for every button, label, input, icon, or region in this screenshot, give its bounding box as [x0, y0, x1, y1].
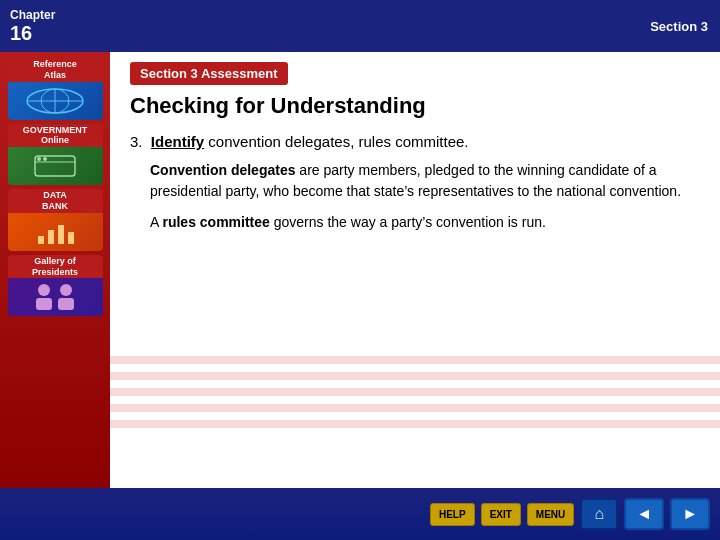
answer-block: Convention delegates are party members, … — [150, 160, 700, 243]
answer-paragraph-2: A rules committee governs the way a part… — [150, 212, 700, 233]
sidebar-item-gallery[interactable]: Gallery ofPresidents — [8, 255, 103, 317]
sidebar-ref-atlas-label: ReferenceAtlas — [8, 58, 103, 82]
content-area: Section 3 Assessment Checking for Unders… — [110, 52, 720, 488]
chapter-box: Chapter 16 — [0, 0, 110, 52]
chapter-label: Chapter — [10, 8, 100, 22]
chapter-number: 16 — [10, 22, 100, 44]
main-area: ReferenceAtlas GOVERNMENTOnline — [0, 52, 720, 488]
answer-paragraph-1: Convention delegates are party members, … — [150, 160, 700, 202]
svg-rect-8 — [38, 236, 44, 244]
sidebar-gov-online-img — [8, 147, 103, 185]
home-nav-button[interactable]: ⌂ — [580, 498, 618, 530]
sidebar-item-gov-online[interactable]: GOVERNMENTOnline — [8, 124, 103, 186]
back-nav-button[interactable]: ◄ — [624, 498, 664, 530]
forward-icon: ► — [682, 505, 698, 523]
svg-point-12 — [38, 284, 50, 296]
sidebar-data-bank-img — [8, 213, 103, 251]
section-badge: Section 3 Assessment — [130, 62, 288, 85]
svg-point-6 — [37, 157, 41, 161]
answer-term-1: Convention delegates — [150, 162, 295, 178]
back-icon: ◄ — [636, 505, 652, 523]
sidebar-data-bank-label: DATABANK — [8, 189, 103, 213]
exit-button[interactable]: EXIT — [481, 503, 521, 526]
svg-point-14 — [60, 284, 72, 296]
answer-intro-2: A — [150, 214, 162, 230]
content-title: Checking for Understanding — [130, 93, 700, 119]
forward-nav-button[interactable]: ► — [670, 498, 710, 530]
svg-rect-10 — [58, 225, 64, 244]
svg-rect-15 — [58, 298, 74, 310]
sidebar-gov-online-label: GOVERNMENTOnline — [8, 124, 103, 148]
sidebar-gallery-label: Gallery ofPresidents — [8, 255, 103, 279]
home-icon: ⌂ — [594, 505, 604, 523]
svg-point-7 — [43, 157, 47, 161]
sidebar-item-data-bank[interactable]: DATABANK — [8, 189, 103, 251]
bottom-bar: HELP EXIT MENU ⌂ ◄ ► — [0, 488, 720, 540]
sidebar-item-reference-atlas[interactable]: ReferenceAtlas — [8, 58, 103, 120]
sidebar: ReferenceAtlas GOVERNMENTOnline — [0, 52, 110, 488]
section-label-top: Section 3 — [638, 0, 720, 52]
svg-rect-13 — [36, 298, 52, 310]
question-number: 3. — [130, 133, 143, 150]
top-bar: Chapter 16 Section 3 — [0, 0, 720, 52]
svg-rect-11 — [68, 232, 74, 244]
question-keyword: Identify — [151, 133, 204, 150]
question-text: convention delegates, rules committee. — [204, 133, 468, 150]
answer-term-2: rules committee — [162, 214, 269, 230]
sidebar-gallery-img — [8, 278, 103, 316]
help-button[interactable]: HELP — [430, 503, 475, 526]
sidebar-ref-atlas-img — [8, 82, 103, 120]
svg-rect-9 — [48, 230, 54, 244]
question-line: 3. Identify convention delegates, rules … — [130, 133, 700, 150]
menu-button[interactable]: MENU — [527, 503, 574, 526]
answer-text-2: governs the way a party’s convention is … — [270, 214, 546, 230]
